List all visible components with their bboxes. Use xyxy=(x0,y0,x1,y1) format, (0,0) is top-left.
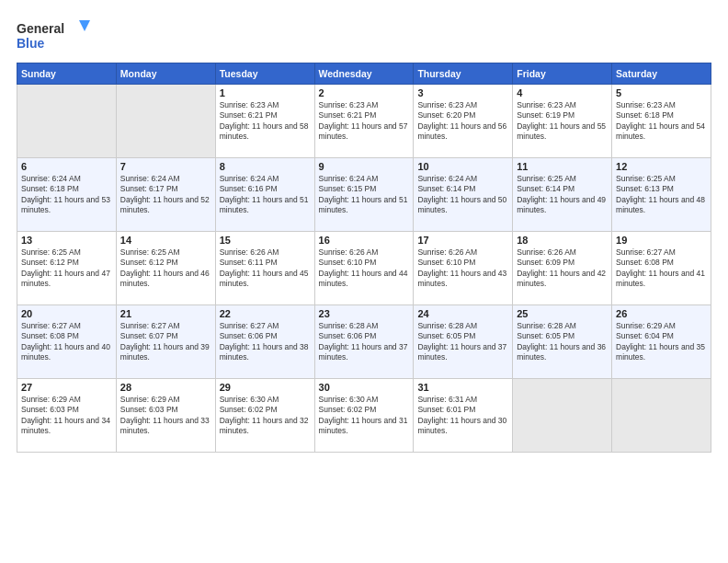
day-cell: 25Sunrise: 6:28 AMSunset: 6:05 PMDayligh… xyxy=(513,305,612,379)
day-cell: 3Sunrise: 6:23 AMSunset: 6:20 PMDaylight… xyxy=(414,85,513,158)
day-number: 30 xyxy=(319,382,410,393)
day-number: 15 xyxy=(220,235,311,246)
day-cell: 15Sunrise: 6:26 AMSunset: 6:11 PMDayligh… xyxy=(215,232,314,305)
day-number: 5 xyxy=(616,87,707,98)
day-cell: 11Sunrise: 6:25 AMSunset: 6:14 PMDayligh… xyxy=(513,158,612,232)
day-info: Sunrise: 6:30 AMSunset: 6:02 PMDaylight:… xyxy=(220,395,311,437)
weekday-header-monday: Monday xyxy=(116,63,215,85)
day-cell: 14Sunrise: 6:25 AMSunset: 6:12 PMDayligh… xyxy=(116,232,215,305)
day-info: Sunrise: 6:25 AMSunset: 6:12 PMDaylight:… xyxy=(21,247,112,290)
day-cell: 9Sunrise: 6:24 AMSunset: 6:15 PMDaylight… xyxy=(314,158,414,232)
day-info: Sunrise: 6:28 AMSunset: 6:05 PMDaylight:… xyxy=(517,321,608,363)
day-number: 23 xyxy=(319,308,410,319)
day-cell: 19Sunrise: 6:27 AMSunset: 6:08 PMDayligh… xyxy=(612,232,711,305)
day-info: Sunrise: 6:31 AMSunset: 6:01 PMDaylight:… xyxy=(417,395,508,437)
day-number: 25 xyxy=(517,308,608,319)
logo-svg: General Blue xyxy=(17,17,90,53)
day-number: 29 xyxy=(220,382,311,393)
day-info: Sunrise: 6:23 AMSunset: 6:21 PMDaylight:… xyxy=(220,100,311,143)
day-cell: 7Sunrise: 6:24 AMSunset: 6:17 PMDaylight… xyxy=(116,158,215,232)
day-cell: 8Sunrise: 6:24 AMSunset: 6:16 PMDaylight… xyxy=(215,158,314,232)
svg-marker-2 xyxy=(79,20,90,31)
day-number: 11 xyxy=(517,161,608,172)
day-number: 12 xyxy=(616,161,707,172)
day-number: 7 xyxy=(120,161,211,172)
day-number: 31 xyxy=(417,382,508,393)
day-number: 26 xyxy=(616,308,707,319)
day-number: 21 xyxy=(120,308,211,319)
day-cell: 10Sunrise: 6:24 AMSunset: 6:14 PMDayligh… xyxy=(414,158,513,232)
day-number: 8 xyxy=(220,161,311,172)
week-row-5: 27Sunrise: 6:29 AMSunset: 6:03 PMDayligh… xyxy=(17,379,711,453)
day-cell xyxy=(17,85,117,158)
header: General Blue xyxy=(17,17,711,53)
day-info: Sunrise: 6:29 AMSunset: 6:03 PMDaylight:… xyxy=(120,395,211,437)
day-info: Sunrise: 6:29 AMSunset: 6:03 PMDaylight:… xyxy=(21,395,112,437)
day-cell: 27Sunrise: 6:29 AMSunset: 6:03 PMDayligh… xyxy=(17,379,117,453)
day-cell: 28Sunrise: 6:29 AMSunset: 6:03 PMDayligh… xyxy=(116,379,215,453)
day-info: Sunrise: 6:24 AMSunset: 6:16 PMDaylight:… xyxy=(220,174,311,216)
weekday-header-sunday: Sunday xyxy=(17,63,117,85)
day-info: Sunrise: 6:26 AMSunset: 6:11 PMDaylight:… xyxy=(220,247,311,290)
day-number: 10 xyxy=(417,161,508,172)
day-number: 22 xyxy=(220,308,311,319)
day-cell: 12Sunrise: 6:25 AMSunset: 6:13 PMDayligh… xyxy=(612,158,711,232)
day-cell: 20Sunrise: 6:27 AMSunset: 6:08 PMDayligh… xyxy=(17,305,117,379)
day-cell: 13Sunrise: 6:25 AMSunset: 6:12 PMDayligh… xyxy=(17,232,117,305)
day-info: Sunrise: 6:27 AMSunset: 6:07 PMDaylight:… xyxy=(120,321,211,363)
day-cell: 17Sunrise: 6:26 AMSunset: 6:10 PMDayligh… xyxy=(414,232,513,305)
day-number: 6 xyxy=(21,161,112,172)
weekday-header-friday: Friday xyxy=(513,63,612,85)
day-cell: 29Sunrise: 6:30 AMSunset: 6:02 PMDayligh… xyxy=(215,379,314,453)
day-cell: 2Sunrise: 6:23 AMSunset: 6:21 PMDaylight… xyxy=(314,85,414,158)
day-number: 18 xyxy=(517,235,608,246)
day-info: Sunrise: 6:27 AMSunset: 6:06 PMDaylight:… xyxy=(220,321,311,363)
calendar-table: SundayMondayTuesdayWednesdayThursdayFrid… xyxy=(17,63,711,453)
day-info: Sunrise: 6:26 AMSunset: 6:10 PMDaylight:… xyxy=(319,247,410,290)
day-number: 3 xyxy=(417,87,508,98)
day-cell xyxy=(116,85,215,158)
day-number: 1 xyxy=(220,87,311,98)
day-number: 9 xyxy=(319,161,410,172)
day-info: Sunrise: 6:28 AMSunset: 6:06 PMDaylight:… xyxy=(319,321,410,363)
day-cell: 18Sunrise: 6:26 AMSunset: 6:09 PMDayligh… xyxy=(513,232,612,305)
day-cell: 30Sunrise: 6:30 AMSunset: 6:02 PMDayligh… xyxy=(314,379,414,453)
day-info: Sunrise: 6:27 AMSunset: 6:08 PMDaylight:… xyxy=(21,321,112,363)
weekday-header-row: SundayMondayTuesdayWednesdayThursdayFrid… xyxy=(17,63,711,85)
day-number: 19 xyxy=(616,235,707,246)
week-row-4: 20Sunrise: 6:27 AMSunset: 6:08 PMDayligh… xyxy=(17,305,711,379)
day-cell: 6Sunrise: 6:24 AMSunset: 6:18 PMDaylight… xyxy=(17,158,117,232)
day-cell xyxy=(513,379,612,453)
day-number: 28 xyxy=(120,382,211,393)
day-info: Sunrise: 6:25 AMSunset: 6:12 PMDaylight:… xyxy=(120,247,211,290)
day-cell: 24Sunrise: 6:28 AMSunset: 6:05 PMDayligh… xyxy=(414,305,513,379)
day-cell: 31Sunrise: 6:31 AMSunset: 6:01 PMDayligh… xyxy=(414,379,513,453)
day-cell: 1Sunrise: 6:23 AMSunset: 6:21 PMDaylight… xyxy=(215,85,314,158)
day-cell: 23Sunrise: 6:28 AMSunset: 6:06 PMDayligh… xyxy=(314,305,414,379)
day-number: 24 xyxy=(417,308,508,319)
day-number: 17 xyxy=(417,235,508,246)
svg-text:General: General xyxy=(17,21,64,36)
weekday-header-tuesday: Tuesday xyxy=(215,63,314,85)
day-info: Sunrise: 6:29 AMSunset: 6:04 PMDaylight:… xyxy=(616,321,707,363)
day-info: Sunrise: 6:23 AMSunset: 6:18 PMDaylight:… xyxy=(616,100,707,143)
day-info: Sunrise: 6:25 AMSunset: 6:14 PMDaylight:… xyxy=(517,174,608,216)
day-number: 14 xyxy=(120,235,211,246)
day-info: Sunrise: 6:26 AMSunset: 6:10 PMDaylight:… xyxy=(417,247,508,290)
day-info: Sunrise: 6:24 AMSunset: 6:14 PMDaylight:… xyxy=(417,174,508,216)
day-cell: 16Sunrise: 6:26 AMSunset: 6:10 PMDayligh… xyxy=(314,232,414,305)
day-cell xyxy=(612,379,711,453)
day-cell: 4Sunrise: 6:23 AMSunset: 6:19 PMDaylight… xyxy=(513,85,612,158)
day-info: Sunrise: 6:23 AMSunset: 6:19 PMDaylight:… xyxy=(517,100,608,143)
weekday-header-thursday: Thursday xyxy=(414,63,513,85)
week-row-2: 6Sunrise: 6:24 AMSunset: 6:18 PMDaylight… xyxy=(17,158,711,232)
day-cell: 26Sunrise: 6:29 AMSunset: 6:04 PMDayligh… xyxy=(612,305,711,379)
week-row-1: 1Sunrise: 6:23 AMSunset: 6:21 PMDaylight… xyxy=(17,85,711,158)
day-info: Sunrise: 6:23 AMSunset: 6:21 PMDaylight:… xyxy=(319,100,410,143)
day-info: Sunrise: 6:26 AMSunset: 6:09 PMDaylight:… xyxy=(517,247,608,290)
day-number: 27 xyxy=(21,382,112,393)
logo: General Blue xyxy=(17,17,90,53)
day-info: Sunrise: 6:27 AMSunset: 6:08 PMDaylight:… xyxy=(616,247,707,290)
day-info: Sunrise: 6:25 AMSunset: 6:13 PMDaylight:… xyxy=(616,174,707,216)
weekday-header-saturday: Saturday xyxy=(612,63,711,85)
